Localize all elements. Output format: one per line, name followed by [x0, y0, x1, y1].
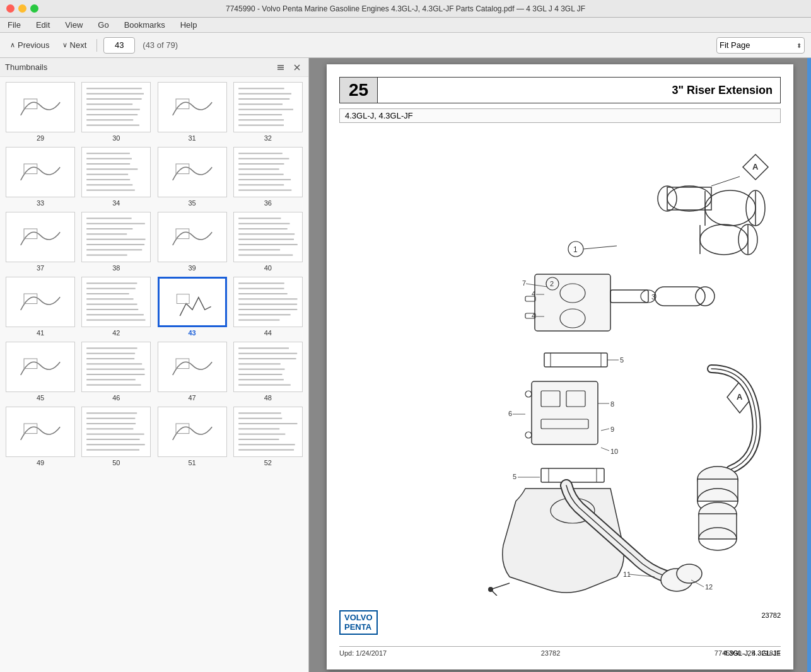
thumbnail-number: 47 — [189, 394, 196, 402]
svg-rect-70 — [238, 314, 290, 315]
svg-rect-10 — [238, 88, 284, 89]
svg-rect-107 — [238, 449, 294, 451]
thumbnail-item[interactable]: 30 — [81, 82, 151, 142]
thumbnail-item[interactable]: 44 — [233, 277, 303, 337]
thumbnail-item[interactable]: 35 — [157, 147, 228, 207]
thumbnail-number: 51 — [189, 459, 196, 466]
svg-rect-51 — [238, 244, 298, 245]
page-number-input[interactable] — [103, 37, 135, 54]
thumbnail-item[interactable]: 31 — [157, 82, 228, 142]
svg-text:5: 5 — [513, 473, 516, 480]
thumbnail-item[interactable]: 32 — [233, 82, 303, 142]
svg-line-124 — [583, 246, 617, 249]
thumbnail-item[interactable]: 40 — [233, 212, 303, 272]
menu-help[interactable]: Help — [178, 19, 200, 31]
thumbnail-item[interactable]: 37 — [5, 212, 76, 272]
thumbnail-number: 46 — [112, 394, 120, 402]
thumbnail-number: 39 — [189, 264, 196, 272]
svg-text:10: 10 — [610, 448, 618, 455]
svg-rect-59 — [87, 304, 137, 305]
thumbnail-number: 32 — [264, 134, 272, 142]
svg-rect-49 — [238, 233, 295, 235]
menu-edit[interactable]: Edit — [33, 19, 52, 31]
svg-rect-68 — [238, 304, 297, 305]
thumbnail-header-buttons — [274, 61, 303, 74]
svg-line-110 — [711, 177, 740, 186]
thumbnail-item[interactable]: 46 — [81, 342, 151, 402]
svg-rect-14 — [238, 109, 293, 110]
thumbnail-number: 45 — [37, 394, 44, 402]
close-thumbnails-button[interactable] — [291, 61, 303, 74]
thumbnail-item[interactable]: 50 — [81, 407, 151, 466]
thumbnail-item[interactable]: 45 — [5, 342, 76, 402]
svg-point-152 — [525, 391, 532, 397]
thumbnail-item[interactable]: 39 — [157, 212, 228, 272]
svg-rect-58 — [87, 298, 134, 299]
thumbnail-item[interactable]: 49 — [5, 407, 76, 466]
close-button[interactable] — [6, 4, 15, 13]
svg-rect-74 — [87, 353, 136, 354]
thumbnail-header: Thumbnails — [0, 58, 308, 77]
svg-text:3: 3 — [651, 293, 655, 301]
menu-view[interactable]: View — [62, 19, 85, 31]
thumbnail-item[interactable]: 43 — [157, 277, 228, 337]
titlebar: 7745990 - Volvo Penta Marine Gasoline En… — [0, 0, 811, 18]
thumbnail-image — [158, 342, 227, 392]
svg-rect-34 — [238, 184, 284, 185]
right-edge-bar — [807, 58, 811, 672]
window-title: 7745990 - Volvo Penta Marine Gasoline En… — [226, 4, 585, 13]
svg-rect-17 — [238, 125, 284, 126]
thumbnail-number: 43 — [189, 329, 196, 337]
thumbnail-item[interactable]: 29 — [5, 82, 76, 142]
previous-label: Previous — [18, 40, 50, 50]
svg-rect-23 — [87, 174, 129, 175]
page-diagram-number: 25 — [340, 78, 378, 103]
thumbnail-grid: 2930313233343536373839404142434445464748… — [0, 77, 308, 672]
thumbnail-image — [81, 147, 151, 197]
svg-rect-98 — [87, 449, 140, 451]
thumbnail-item[interactable]: 41 — [5, 277, 76, 337]
svg-rect-16 — [238, 119, 284, 120]
svg-rect-76 — [87, 363, 143, 364]
svg-rect-24 — [87, 179, 131, 180]
thumbnail-item[interactable]: 48 — [233, 342, 303, 402]
next-button[interactable]: ∨ Next — [59, 38, 91, 52]
minimize-button[interactable] — [18, 4, 26, 13]
thumbnail-item[interactable]: 36 — [233, 147, 303, 207]
thumbnail-item[interactable]: 47 — [157, 342, 228, 402]
menu-file[interactable]: File — [5, 19, 23, 31]
svg-rect-41 — [87, 239, 146, 240]
fit-page-select[interactable]: Fit Page Fit Width Actual Size 25% 50% 7… — [716, 37, 805, 54]
svg-rect-86 — [238, 369, 284, 370]
thumbnail-item[interactable]: 34 — [81, 147, 151, 207]
maximize-button[interactable] — [30, 4, 38, 13]
page-count: (43 of 79) — [143, 40, 178, 50]
svg-rect-174 — [699, 514, 737, 539]
thumbnail-item[interactable]: 33 — [5, 147, 76, 207]
thumbnail-image — [158, 407, 227, 457]
thumbnail-number: 40 — [264, 264, 272, 272]
previous-button[interactable]: ∧ Previous — [6, 38, 54, 52]
menubar: File Edit View Go Bookmarks Help — [0, 18, 811, 33]
menu-go[interactable]: Go — [95, 19, 111, 31]
thumbnail-number: 52 — [264, 459, 272, 466]
svg-rect-47 — [238, 223, 289, 224]
svg-rect-171 — [697, 479, 738, 501]
svg-rect-11 — [238, 93, 291, 95]
thumbnail-image — [233, 342, 303, 392]
menu-bookmarks[interactable]: Bookmarks — [122, 19, 168, 31]
thumbnail-item[interactable]: 52 — [233, 407, 303, 466]
thumbnail-item[interactable]: 51 — [157, 407, 228, 466]
page-footer: Upd: 1/24/2017 23782 7745990 - 25 - 2181… — [339, 646, 781, 657]
thumbnail-number: 48 — [264, 394, 272, 402]
main-area: Thumbnails 29303132333435363738394041424… — [0, 58, 811, 672]
document-viewer[interactable]: 25 3" Riser Extension 4.3GL-J, 4.3GL-JF … — [309, 58, 811, 672]
thumbnail-item[interactable]: 38 — [81, 212, 151, 272]
svg-rect-30 — [238, 163, 284, 165]
expand-thumbnails-icon[interactable] — [274, 61, 287, 74]
thumbnail-image — [6, 147, 75, 197]
svg-text:A: A — [752, 162, 759, 171]
fit-select-wrapper: Fit Page Fit Width Actual Size 25% 50% 7… — [716, 37, 805, 54]
svg-rect-12 — [238, 98, 289, 100]
thumbnail-item[interactable]: 42 — [81, 277, 151, 337]
